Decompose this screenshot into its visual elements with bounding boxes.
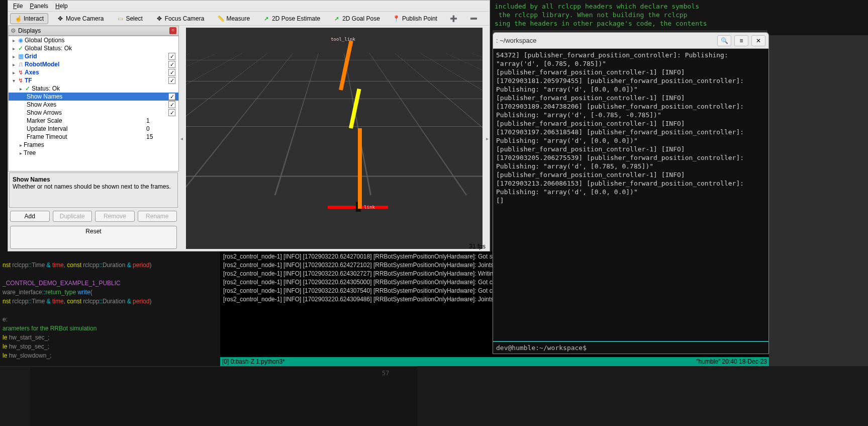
tree-update-interval[interactable]: Update Interval0 xyxy=(9,125,178,133)
tool-remove[interactable]: ➖ xyxy=(466,13,482,24)
tool-add[interactable]: ➕ xyxy=(446,13,462,24)
3d-view: tool_link link 31 fps xyxy=(184,26,485,251)
tf-checkbox[interactable]: ✓ xyxy=(168,77,175,84)
tree-show-names[interactable]: Show Names✓ xyxy=(9,93,178,101)
add-button[interactable]: Add xyxy=(10,211,50,222)
remove-button[interactable]: Remove xyxy=(95,211,135,222)
duplicate-button[interactable]: Duplicate xyxy=(53,211,92,222)
frame-label-link: link xyxy=(364,205,375,210)
tree-label: Marker Scale xyxy=(27,117,146,124)
tree-label: Show Names xyxy=(27,93,168,100)
terminal-title: : ~/workspace xyxy=(496,37,714,44)
tree-tf[interactable]: ▾↯TF✓ xyxy=(9,76,178,84)
close-button[interactable]: ✕ xyxy=(751,35,765,46)
robot-link1 xyxy=(358,128,362,209)
gear-icon: ⚙ xyxy=(11,27,16,34)
tree-label: Update Interval xyxy=(27,125,146,132)
tool-label: Focus Camera xyxy=(165,15,205,22)
tree-show-axes[interactable]: Show Axes✓ xyxy=(9,101,178,109)
show-arrows-checkbox[interactable]: ✓ xyxy=(168,109,175,116)
check-icon: ✓ xyxy=(24,85,32,92)
terminal-titlebar[interactable]: : ~/workspace 🔍 ≡ ✕ xyxy=(493,33,768,49)
desc-title: Show Names xyxy=(13,176,50,183)
publish-point-icon: 📍 xyxy=(393,15,400,22)
displays-panel-title[interactable]: ⚙ Displays ○ xyxy=(8,26,179,36)
tool-focus-camera[interactable]: ✥Focus Camera xyxy=(151,13,209,24)
displays-tree[interactable]: ▸◉Global Options ▸✓Global Status: Ok ▸▦G… xyxy=(8,36,179,172)
tool-label: 2D Goal Pose xyxy=(342,15,380,22)
close-icon: ✕ xyxy=(756,37,761,44)
axes-checkbox[interactable]: ✓ xyxy=(168,69,175,76)
rviz-body: ⚙ Displays ○ ▸◉Global Options ▸✓Global S… xyxy=(8,26,490,251)
tool-label: 2D Pose Estimate xyxy=(272,15,320,22)
tree-label: Status: Ok xyxy=(32,85,178,92)
code-line: e: xyxy=(3,316,8,323)
tool-interact[interactable]: ☝Interact xyxy=(10,13,48,24)
menu-file[interactable]: File xyxy=(10,2,26,11)
code-line: nst rclcpp::Time & time, const rclcpp::D… xyxy=(3,262,151,269)
rename-button[interactable]: Rename xyxy=(138,211,177,222)
tool-publish-point[interactable]: 📍Publish Point xyxy=(389,13,442,24)
check-icon: ✓ xyxy=(17,45,25,52)
tree-label: Show Axes xyxy=(27,101,168,108)
focus-icon: ✥ xyxy=(156,15,163,22)
tool-2d-pose-estimate[interactable]: ➚2D Pose Estimate xyxy=(258,13,325,24)
code-line: _CONTROL_DEMO_EXAMPLE_1_PUBLIC xyxy=(3,280,121,287)
tree-frames[interactable]: ▸Frames xyxy=(9,141,178,149)
tree-grid[interactable]: ▸▦Grid✓ xyxy=(9,52,178,60)
toolbar: ☝Interact ✥Move Camera ▭Select ✥Focus Ca… xyxy=(8,12,490,26)
tree-status-ok[interactable]: ▸✓Status: Ok xyxy=(9,84,178,93)
tool-label: Select xyxy=(126,15,142,22)
tree-global-options[interactable]: ▸◉Global Options xyxy=(9,36,178,44)
tool-select[interactable]: ▭Select xyxy=(112,13,147,24)
editor-line-number: 57 xyxy=(382,370,389,377)
menu-help[interactable]: Help xyxy=(52,2,71,11)
show-axes-checkbox[interactable]: ✓ xyxy=(168,101,175,108)
tool-measure[interactable]: 📏Measure xyxy=(213,13,254,24)
code-line: nst rclcpp::Time & time, const rclcpp::D… xyxy=(3,298,151,305)
tree-show-arrows[interactable]: Show Arrows✓ xyxy=(9,109,178,117)
terminal-output[interactable]: 54372] [publisher_forward_position_contr… xyxy=(493,49,768,341)
terminal-window: : ~/workspace 🔍 ≡ ✕ 54372] [publisher_fo… xyxy=(493,32,769,354)
menu-panels[interactable]: Panels xyxy=(27,2,51,11)
tree-robot-model[interactable]: ▸⎍RobotModel✓ xyxy=(9,60,178,68)
tf-icon: ↯ xyxy=(17,77,25,84)
editor-gutter xyxy=(0,367,30,426)
interact-icon: ☝ xyxy=(15,15,22,22)
tree-global-status[interactable]: ▸✓Global Status: Ok xyxy=(9,44,178,52)
code-line: le hw_slowdown_; xyxy=(3,352,51,359)
tree-axes[interactable]: ▸↯Axes✓ xyxy=(9,68,178,76)
3d-canvas[interactable]: tool_link link xyxy=(186,28,483,249)
robotmodel-checkbox[interactable]: ✓ xyxy=(168,61,175,68)
plus-icon: ➕ xyxy=(450,15,457,22)
menu-button[interactable]: ≡ xyxy=(734,35,748,46)
tool-label: Interact xyxy=(24,15,44,22)
tree-label: Frames xyxy=(24,141,178,148)
tree-marker-scale[interactable]: Marker Scale1 xyxy=(9,117,178,125)
panel-resizer-left[interactable]: ◂ xyxy=(179,26,184,251)
rviz-window: File Panels Help ☝Interact ✥Move Camera … xyxy=(8,0,490,251)
fps-counter: 31 fps xyxy=(469,243,486,250)
close-icon[interactable]: ○ xyxy=(169,27,176,34)
panel-resizer-right[interactable]: ▸ xyxy=(485,26,490,251)
reset-button[interactable]: Reset xyxy=(10,226,177,249)
tree-tree[interactable]: ▸Tree xyxy=(9,149,178,157)
search-button[interactable]: 🔍 xyxy=(717,35,731,46)
tree-frame-timeout[interactable]: Frame Timeout15 xyxy=(9,133,178,141)
show-names-checkbox[interactable]: ✓ xyxy=(168,93,175,100)
tool-label: Measure xyxy=(226,15,250,22)
grid-floor xyxy=(186,53,483,195)
grid-checkbox[interactable]: ✓ xyxy=(168,53,175,60)
tree-value[interactable]: 15 xyxy=(146,133,176,140)
tool-2d-goal-pose[interactable]: ➚2D Goal Pose xyxy=(329,13,384,24)
terminal-prompt[interactable]: dev@humble:~/workspace$ xyxy=(493,341,768,354)
tree-value[interactable]: 0 xyxy=(146,125,176,132)
code-line: le hw_stop_sec_; xyxy=(3,343,49,350)
tree-label: RobotModel xyxy=(25,61,168,68)
tmux-status-left: [0] 0:bash-Z 1:python3* xyxy=(222,358,285,366)
tool-move-camera[interactable]: ✥Move Camera xyxy=(52,13,108,24)
tree-value[interactable]: 1 xyxy=(146,117,176,124)
pose-estimate-icon: ➚ xyxy=(263,15,270,22)
axes-icon: ↯ xyxy=(17,69,25,76)
tmux-status-bar: [0] 0:bash-Z 1:python3* "humble" 20:40 1… xyxy=(220,357,769,366)
